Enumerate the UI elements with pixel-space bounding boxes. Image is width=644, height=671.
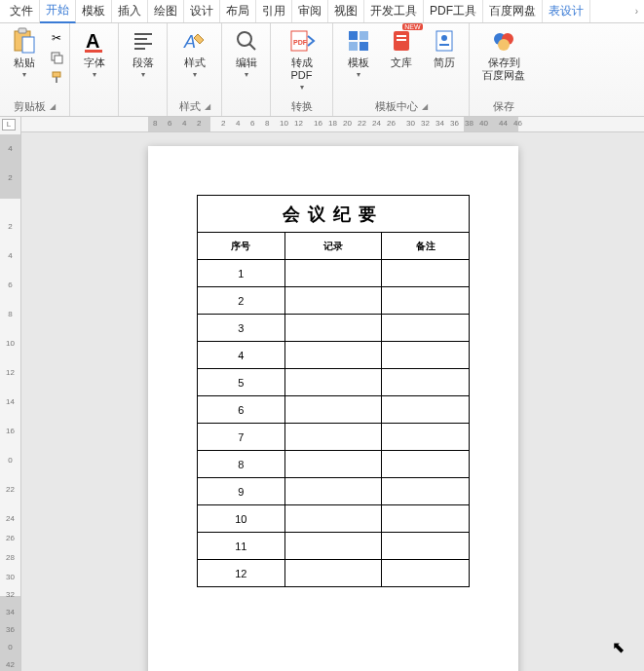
menu-item[interactable]: 布局 (220, 0, 256, 22)
menu-item[interactable]: PDF工具 (424, 0, 483, 22)
menu-item-table-design[interactable]: 表设计 (543, 0, 590, 22)
chevron-right-icon[interactable]: › (629, 6, 644, 17)
dialog-launcher-icon[interactable]: ◢ (422, 102, 428, 111)
horizontal-ruler[interactable]: 8642246810121618202224263032343638404446 (21, 117, 644, 132)
paste-button[interactable]: 粘贴 ▾ (5, 25, 44, 81)
library-button[interactable]: NEW 文库 (382, 25, 421, 71)
dialog-launcher-icon[interactable]: ◢ (205, 102, 210, 111)
table-cell[interactable] (382, 451, 470, 478)
table-cell[interactable] (382, 424, 470, 451)
table-row: 7 (198, 424, 470, 451)
menu-item[interactable]: 文件 (4, 0, 40, 22)
table-cell[interactable]: 4 (198, 342, 285, 369)
menu-item[interactable]: 百度网盘 (483, 0, 543, 22)
document-table[interactable]: 会议纪要序号记录备注123456789101112 (197, 195, 470, 587)
font-label: 字体 (84, 56, 105, 69)
table-cell[interactable] (284, 260, 382, 287)
template-button[interactable]: 模板 ▾ (339, 25, 378, 81)
table-cell[interactable] (284, 478, 382, 505)
style-button[interactable]: A 样式 ▾ (175, 25, 214, 81)
group-title: 模板中心 (375, 99, 418, 114)
font-button[interactable]: A 字体 ▾ (75, 25, 114, 81)
table-cell[interactable]: 1 (198, 260, 285, 287)
menu-item[interactable]: 开发工具 (364, 0, 424, 22)
copy-icon[interactable] (48, 49, 65, 66)
table-cell[interactable]: 2 (198, 287, 285, 315)
table-cell[interactable]: 6 (198, 396, 285, 424)
convert-pdf-button[interactable]: PDF 转成PDF ▾ (275, 25, 328, 93)
menu-item[interactable]: 审阅 (292, 0, 328, 22)
menu-item[interactable]: 模板 (76, 0, 112, 22)
table-cell[interactable]: 9 (198, 478, 285, 505)
svg-text:PDF: PDF (293, 39, 308, 46)
document-area[interactable]: 8642246810121618202224263032343638404446… (21, 117, 644, 671)
paste-icon (11, 27, 38, 55)
new-badge: NEW (402, 23, 422, 30)
table-cell[interactable] (284, 424, 382, 451)
menu-item[interactable]: 设计 (184, 0, 220, 22)
format-painter-icon[interactable] (48, 68, 65, 86)
menu-item[interactable]: 绘图 (148, 0, 184, 22)
menu-item[interactable]: 引用 (256, 0, 292, 22)
table-header[interactable]: 备注 (382, 233, 470, 260)
table-cell[interactable] (284, 342, 382, 369)
table-cell[interactable]: 8 (198, 451, 285, 478)
page[interactable]: 会议纪要序号记录备注123456789101112 (148, 146, 518, 671)
table-cell[interactable] (382, 342, 470, 369)
style-label: 样式 (184, 56, 206, 69)
table-header[interactable]: 序号 (198, 233, 285, 260)
ribbon: 粘贴 ▾ ✂ 剪贴板◢ A 字体 ▾ 段落 ▾ A 样式 (0, 23, 644, 117)
group-style: A 样式 ▾ 样式◢ (168, 23, 222, 116)
dropdown-arrow-icon: ▾ (357, 70, 360, 79)
table-header[interactable]: 记录 (284, 233, 382, 260)
table-cell[interactable] (382, 533, 470, 560)
table-row: 1 (198, 260, 470, 287)
table-cell[interactable] (382, 260, 470, 287)
table-cell[interactable]: 3 (198, 315, 285, 342)
table-cell[interactable] (382, 560, 470, 587)
table-cell[interactable]: 11 (198, 533, 285, 560)
paragraph-button[interactable]: 段落 ▾ (124, 25, 163, 81)
table-cell[interactable] (284, 451, 382, 478)
font-icon: A (81, 27, 108, 55)
svg-rect-21 (360, 42, 368, 51)
table-cell[interactable] (382, 287, 470, 315)
cut-icon[interactable]: ✂ (48, 29, 65, 47)
group-paragraph: 段落 ▾ (119, 23, 168, 116)
table-cell[interactable]: 7 (198, 424, 285, 451)
tab-stop-icon[interactable]: L (2, 119, 16, 130)
group-font: A 字体 ▾ (70, 23, 119, 116)
table-cell[interactable] (382, 505, 470, 533)
table-row: 11 (198, 533, 470, 560)
svg-rect-5 (53, 72, 60, 77)
resume-label: 简历 (434, 56, 455, 69)
dropdown-arrow-icon: ▾ (22, 70, 26, 79)
table-cell[interactable] (382, 478, 470, 505)
library-icon (388, 27, 415, 55)
menu-item[interactable]: 视图 (328, 0, 364, 22)
table-title[interactable]: 会议纪要 (198, 196, 470, 233)
table-cell[interactable]: 10 (198, 505, 285, 533)
table-cell[interactable]: 12 (198, 560, 285, 587)
table-cell[interactable] (382, 396, 470, 424)
table-cell[interactable] (284, 533, 382, 560)
table-cell[interactable] (382, 369, 470, 396)
menu-item[interactable]: 插入 (112, 0, 148, 22)
resume-icon (431, 27, 458, 55)
table-cell[interactable] (284, 560, 382, 587)
table-cell[interactable] (284, 315, 382, 342)
table-cell[interactable] (284, 505, 382, 533)
table-cell[interactable] (284, 287, 382, 315)
table-cell[interactable] (382, 315, 470, 342)
template-icon (345, 27, 372, 55)
vertical-ruler[interactable]: L 42246810121416022242628303234360424446… (0, 117, 21, 671)
table-cell[interactable]: 5 (198, 369, 285, 396)
menu-item[interactable]: 开始 (40, 0, 76, 23)
table-cell[interactable] (284, 369, 382, 396)
dialog-launcher-icon[interactable]: ◢ (50, 102, 56, 111)
edit-label: 编辑 (236, 56, 257, 69)
resume-button[interactable]: 简历 (425, 25, 464, 71)
table-cell[interactable] (284, 396, 382, 424)
save-netdisk-button[interactable]: 保存到 百度网盘 (476, 25, 531, 84)
edit-button[interactable]: 编辑 ▾ (227, 25, 266, 81)
